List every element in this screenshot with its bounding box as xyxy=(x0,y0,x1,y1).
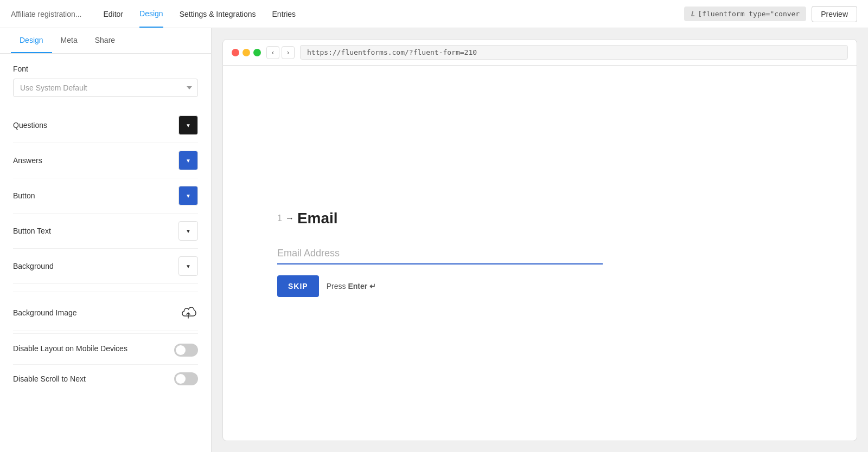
disable-scroll-toggle[interactable] xyxy=(174,372,198,385)
disable-layout-row: Disable Layout on Mobile Devices xyxy=(13,336,198,365)
dot-green xyxy=(253,49,261,56)
questions-swatch-arrow: ▼ xyxy=(186,122,191,128)
tab-share[interactable]: Share xyxy=(86,28,124,53)
answers-color-swatch[interactable]: ▼ xyxy=(178,151,198,170)
form-step-label: 1 → Email xyxy=(277,210,338,227)
disable-layout-label: Disable Layout on Mobile Devices xyxy=(13,344,127,354)
preview-button[interactable]: Preview xyxy=(812,6,857,22)
disable-scroll-label: Disable Scroll to Next xyxy=(13,374,86,383)
button-color-swatch[interactable]: ▼ xyxy=(178,186,198,205)
browser-bar: ‹ › https://fluentforms.com/?fluent-form… xyxy=(222,39,857,66)
button-swatch-arrow: ▼ xyxy=(186,193,191,199)
answers-swatch-arrow: ▼ xyxy=(186,158,191,164)
nav-design[interactable]: Design xyxy=(139,1,163,28)
background-image-row: Background Image xyxy=(13,294,198,331)
top-nav: Affiliate registration... Editor Design … xyxy=(0,0,868,28)
disable-layout-toggle[interactable] xyxy=(174,344,198,357)
step-number: 1 xyxy=(277,214,282,223)
dot-yellow xyxy=(242,49,250,56)
form-actions: SKIP Press Enter ↵ xyxy=(277,275,376,297)
background-row: Background ▼ xyxy=(13,249,198,284)
nav-editor[interactable]: Editor xyxy=(103,1,123,27)
disable-scroll-row: Disable Scroll to Next xyxy=(13,365,198,393)
button-text-row: Button Text ▼ xyxy=(13,214,198,249)
background-color-swatch[interactable]: ▼ xyxy=(178,256,198,276)
button-text-color-swatch[interactable]: ▼ xyxy=(178,221,198,241)
shortcode-icon: L xyxy=(691,10,695,18)
enter-hint: Press Enter ↵ xyxy=(327,282,376,290)
forward-arrow[interactable]: › xyxy=(282,46,295,59)
brand-label: Affiliate registration... xyxy=(11,10,81,18)
email-input-wrapper xyxy=(277,243,603,264)
shortcode-box[interactable]: L [fluentform type="conver xyxy=(684,7,807,21)
button-label: Button xyxy=(13,191,35,200)
answers-label: Answers xyxy=(13,156,42,165)
disable-layout-slider xyxy=(174,344,198,357)
step-title: Email xyxy=(297,210,338,227)
questions-label: Questions xyxy=(13,121,47,130)
upload-icon[interactable] xyxy=(178,302,198,323)
tab-meta[interactable]: Meta xyxy=(52,28,86,53)
back-arrow[interactable]: ‹ xyxy=(266,46,279,59)
font-select[interactable]: Use System Default xyxy=(13,79,198,97)
press-text: Press xyxy=(327,282,346,290)
skip-button[interactable]: SKIP xyxy=(277,275,319,297)
nav-right: L [fluentform type="conver Preview xyxy=(684,6,857,22)
shortcode-text: [fluentform type="conver xyxy=(698,10,800,18)
disable-scroll-slider xyxy=(174,372,198,385)
right-panel: ‹ › https://fluentforms.com/?fluent-form… xyxy=(212,28,868,452)
panel-content: Font Use System Default Questions ▼ Answ… xyxy=(0,54,211,404)
tab-design[interactable]: Design xyxy=(11,28,52,53)
main-layout: Design Meta Share Font Use System Defaul… xyxy=(0,28,868,452)
font-label: Font xyxy=(13,64,198,73)
left-panel: Design Meta Share Font Use System Defaul… xyxy=(0,28,212,452)
browser-nav: ‹ › xyxy=(266,46,295,59)
step-arrow: → xyxy=(285,214,294,223)
background-label: Background xyxy=(13,262,54,270)
email-input[interactable] xyxy=(277,243,603,264)
browser-url[interactable]: https://fluentforms.com/?fluent-form=210 xyxy=(300,45,848,60)
preview-content: 1 → Email SKIP Press Enter ↵ xyxy=(222,66,857,441)
button-text-label: Button Text xyxy=(13,227,51,235)
dot-red xyxy=(232,49,239,56)
background-swatch-arrow: ▼ xyxy=(186,263,191,269)
background-image-label: Background Image xyxy=(13,308,77,317)
questions-color-swatch[interactable]: ▼ xyxy=(178,115,198,135)
panel-tabs: Design Meta Share xyxy=(0,28,211,54)
button-row: Button ▼ xyxy=(13,178,198,214)
browser-dots xyxy=(232,49,261,56)
questions-row: Questions ▼ xyxy=(13,108,198,143)
enter-key-label: Enter ↵ xyxy=(348,282,376,290)
nav-settings[interactable]: Settings & Integrations xyxy=(180,1,256,27)
button-text-swatch-arrow: ▼ xyxy=(186,228,191,234)
nav-entries[interactable]: Entries xyxy=(272,1,296,27)
answers-row: Answers ▼ xyxy=(13,143,198,178)
